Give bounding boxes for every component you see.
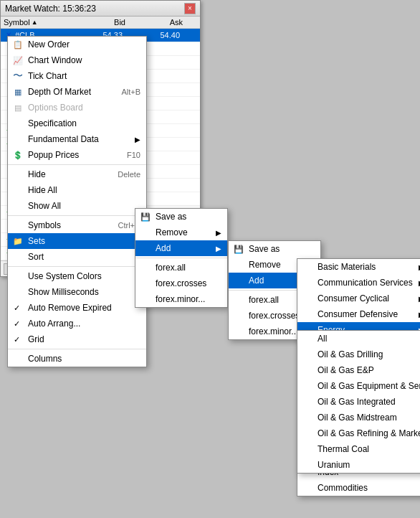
menu-item-specification[interactable]: Specification (8, 116, 146, 131)
extra-label: forex.crosses (249, 311, 300, 321)
shortcut-label: F10 (113, 151, 140, 159)
menu-item-options-board: ▤Options Board (8, 100, 146, 116)
submenu-arrow-icon: ▶ (210, 245, 221, 253)
menu-separator (8, 266, 146, 267)
submenu-arrow-icon: ▶ (210, 229, 221, 237)
energy-label: Oil & Gas Refining & Marketing (318, 428, 420, 438)
menu-item-label: Fundamental Data (28, 134, 99, 144)
energy-item-oil-gas-ep[interactable]: Oil & Gas E&P (297, 362, 420, 378)
energy-item-thermal-coal[interactable]: Thermal Coal (297, 441, 420, 457)
energy-label: Oil & Gas Equipment & Services (318, 381, 420, 391)
energy-submenu: AllOil & Gas DrillingOil & Gas E&POil & … (297, 330, 420, 474)
menu-item-label: Options Board (28, 103, 83, 113)
category-label: Consumer Cyclical (318, 293, 389, 303)
check-icon: ✓ (14, 335, 20, 344)
category-item-consumer-cyclical[interactable]: Consumer Cyclical▶ (297, 291, 420, 306)
menu-item-fundamental-data[interactable]: Fundamental Data▶ (8, 131, 146, 147)
energy-item-oil-gas-refining[interactable]: Oil & Gas Refining & Marketing (297, 425, 420, 441)
table-header: Symbol ▲ Bid Ask (1, 17, 200, 29)
energy-item-oil-gas-equipment[interactable]: Oil & Gas Equipment & Services (297, 378, 420, 394)
dom-icon: ▦ (12, 86, 24, 98)
col-bid-header: Bid (61, 18, 125, 27)
extra-label: forex.minor... (249, 326, 298, 336)
category-label: Communication Services (318, 278, 413, 288)
menu-item-show-all[interactable]: Show All (8, 198, 146, 214)
menu-separator (8, 349, 146, 349)
energy-label: Oil & Gas Midstream (318, 413, 397, 423)
save-icon: 💾 (140, 211, 151, 222)
menu-item-use-system-colors[interactable]: Use System Colors (8, 268, 146, 284)
category-label: Basic Materials (318, 262, 376, 272)
order-icon: 📋 (12, 39, 24, 50)
menu-item-label: New Order (28, 39, 70, 50)
category-item-commodities[interactable]: Commodities (297, 480, 420, 496)
sets-item-label: Save as (156, 212, 186, 222)
menu-item-columns[interactable]: Columns (8, 351, 146, 367)
sets-extra-item-forex-crosses[interactable]: forex.crosses (135, 276, 227, 291)
submenu-arrow-icon: ▶ (413, 279, 420, 287)
check-icon: ✓ (14, 303, 20, 313)
menu-item-label: Sets (28, 236, 45, 246)
context-menu-1: 📋New Order📈Chart Window〜Tick Chart▦Depth… (7, 36, 147, 367)
energy-label: All (318, 334, 327, 344)
add-sub-label: Save as (249, 244, 280, 254)
menu-item-symbols[interactable]: SymbolsCtrl+U (8, 217, 146, 233)
menu-item-sets[interactable]: 📁Sets▶ (8, 233, 146, 249)
check-icon: ✓ (14, 319, 20, 329)
menu-item-auto-remove-expired[interactable]: ✓Auto Remove Expired (8, 300, 146, 316)
energy-item-uranium[interactable]: Uranium (297, 457, 420, 473)
menu-separator (135, 258, 227, 258)
sets-menu-item-save-as[interactable]: 💾Save as (135, 209, 227, 225)
sets-icon: 📁 (12, 235, 24, 247)
tick-icon: 〜 (12, 70, 24, 82)
menu-item-label: Columns (28, 354, 62, 364)
sets-extra-label: forex.all (156, 263, 186, 273)
menu-item-show-milliseconds[interactable]: Show Milliseconds (8, 284, 146, 300)
menu-item-auto-arrange[interactable]: ✓Auto Arrang... (8, 316, 146, 331)
sets-extra-item-forex-all[interactable]: forex.all (135, 260, 227, 276)
menu-item-sort[interactable]: Sort▶ (8, 249, 146, 265)
energy-item-oil-gas-midstream[interactable]: Oil & Gas Midstream (297, 410, 420, 425)
submenu-arrow-icon: ▶ (413, 263, 420, 271)
shortcut-label: Delete (103, 170, 140, 179)
shortcut-label: Alt+B (107, 88, 140, 96)
category-item-basic-materials[interactable]: Basic Materials▶ (297, 259, 420, 275)
sets-extra-label: forex.minor... (156, 294, 205, 304)
close-button[interactable]: × (184, 3, 196, 14)
menu-separator (8, 215, 146, 216)
menu-item-new-order[interactable]: 📋New Order (8, 37, 146, 52)
menu-item-label: Hide All (28, 185, 57, 195)
menu-item-label: Tick Chart (28, 71, 67, 81)
category-label: Commodities (318, 483, 368, 493)
menu-item-label: Auto Remove Expired (28, 303, 112, 313)
category-item-consumer-defensive[interactable]: Consumer Defensive▶ (297, 306, 420, 322)
energy-item-all[interactable]: All (297, 331, 420, 347)
col-symbol-header: Symbol ▲ (4, 18, 61, 27)
submenu-arrow-icon: ▶ (413, 295, 420, 303)
menu-item-chart-window[interactable]: 📈Chart Window (8, 52, 146, 68)
sets-extra-item-forex-minor[interactable]: forex.minor... (135, 291, 227, 307)
category-item-comm-services[interactable]: Communication Services▶ (297, 275, 420, 291)
energy-item-oil-gas-integrated[interactable]: Oil & Gas Integrated (297, 394, 420, 410)
menu-item-hide[interactable]: HideDelete (8, 166, 146, 182)
title-bar: Market Watch: 15:36:23 × (1, 1, 200, 17)
menu-item-grid[interactable]: ✓Grid (8, 331, 146, 347)
sets-menu-item-add[interactable]: Add▶ (135, 240, 227, 256)
menu-item-label: Use System Colors (28, 271, 102, 281)
price-icon: 💲 (12, 149, 24, 161)
add-sub-item-save-as[interactable]: 💾Save as (229, 241, 320, 257)
menu-item-depth-of-market[interactable]: ▦Depth Of MarketAlt+B (8, 84, 146, 100)
menu-item-hide-all[interactable]: Hide All (8, 182, 146, 198)
menu-item-label: Hide (28, 169, 46, 179)
menu-item-popup-prices[interactable]: 💲Popup PricesF10 (8, 147, 146, 163)
sets-extra-label: forex.crosses (156, 278, 206, 288)
energy-item-oil-gas-drilling[interactable]: Oil & Gas Drilling (297, 347, 420, 362)
window-title: Market Watch: 15:36:23 (5, 4, 96, 14)
submenu-arrow-icon: ▶ (413, 311, 420, 319)
sets-menu-item-remove[interactable]: Remove▶ (135, 225, 227, 240)
options-icon: ▤ (12, 102, 24, 113)
sort-arrow-icon: ▲ (32, 19, 38, 26)
menu-item-label: Auto Arrang... (28, 319, 80, 329)
extra-label: forex.all (249, 295, 279, 305)
menu-item-tick-chart[interactable]: 〜Tick Chart (8, 68, 146, 84)
